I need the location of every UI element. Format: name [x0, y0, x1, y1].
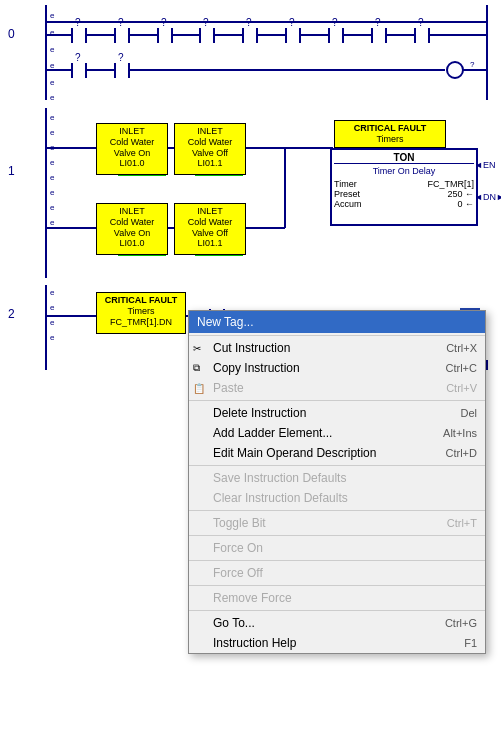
menu-item-paste[interactable]: 📋 Paste Ctrl+V [189, 378, 485, 398]
critical-fault-block-2[interactable]: CRITICAL FAULT Timers FC_TMR[1].DN [96, 292, 186, 334]
menu-separator-6 [189, 560, 485, 561]
accum-row: Accum0 ← [334, 199, 474, 209]
svg-text:e: e [50, 113, 55, 122]
menu-item-toggle-bit[interactable]: Toggle Bit Ctrl+T [189, 513, 485, 533]
svg-text:◄DN►: ◄DN► [474, 192, 501, 202]
inlet-block-1[interactable]: INLET Cold Water Valve On LI01.0 [96, 123, 168, 175]
remove-force-label: Remove Force [213, 591, 292, 605]
menu-item-new-tag[interactable]: New Tag... [189, 311, 485, 333]
svg-text:e: e [50, 45, 55, 54]
timer-block[interactable]: TON Timer On Delay TimerFC_TMR[1] Preset… [330, 148, 478, 226]
goto-label: Go To... [213, 616, 255, 630]
svg-text:e: e [50, 203, 55, 212]
menu-item-help[interactable]: Instruction Help F1 [189, 633, 485, 653]
svg-text:?: ? [118, 52, 124, 63]
menu-item-clear-defaults[interactable]: Clear Instruction Defaults [189, 488, 485, 508]
svg-text:e: e [50, 28, 55, 37]
preset-row: Preset250 ← [334, 189, 474, 199]
svg-text:?: ? [375, 17, 381, 28]
inlet3-label: INLET Cold Water Valve On LI01.0 [99, 206, 165, 249]
svg-text:?: ? [118, 17, 124, 28]
svg-text:0: 0 [8, 27, 15, 41]
critical-fault-block-1[interactable]: CRITICAL FAULT Timers [334, 120, 446, 148]
inlet-block-2[interactable]: INLET Cold Water Valve Off LI01.1 [174, 123, 246, 175]
goto-shortcut: Ctrl+G [445, 617, 477, 629]
svg-text:e: e [50, 93, 55, 102]
menu-separator-4 [189, 510, 485, 511]
cut-shortcut: Ctrl+X [446, 342, 477, 354]
new-tag-label: New Tag... [197, 315, 253, 329]
save-defaults-label: Save Instruction Defaults [213, 471, 346, 485]
paste-label: Paste [213, 381, 244, 395]
svg-text:e: e [50, 78, 55, 87]
menu-item-copy[interactable]: ⧉ Copy Instruction Ctrl+C [189, 358, 485, 378]
menu-item-cut[interactable]: ✂ Cut Instruction Ctrl+X [189, 338, 485, 358]
timer-subtitle: Timer On Delay [334, 166, 474, 176]
copy-icon: ⧉ [193, 362, 200, 374]
inlet4-label: INLET Cold Water Valve Off LI01.1 [177, 206, 243, 249]
edit-main-shortcut: Ctrl+D [446, 447, 477, 459]
inlet-block-3[interactable]: INLET Cold Water Valve On LI01.0 [96, 203, 168, 255]
critical-fault-2-label: CRITICAL FAULT [99, 295, 183, 306]
menu-item-force-off[interactable]: Force Off [189, 563, 485, 583]
toggle-bit-shortcut: Ctrl+T [447, 517, 477, 529]
copy-label: Copy Instruction [213, 361, 300, 375]
timer-row: TimerFC_TMR[1] [334, 179, 474, 189]
clear-defaults-label: Clear Instruction Defaults [213, 491, 348, 505]
svg-text:(End): (End) [2, 368, 29, 370]
svg-text:e: e [50, 11, 55, 20]
help-shortcut: F1 [464, 637, 477, 649]
edit-main-label: Edit Main Operand Description [213, 446, 376, 460]
svg-text:e: e [50, 333, 55, 342]
timer-title: TON [334, 152, 474, 164]
menu-separator-5 [189, 535, 485, 536]
svg-text:?: ? [332, 17, 338, 28]
svg-text:e: e [50, 288, 55, 297]
paste-shortcut: Ctrl+V [446, 382, 477, 394]
cut-icon: ✂ [193, 343, 201, 354]
menu-separator-2 [189, 400, 485, 401]
svg-text:2: 2 [8, 307, 15, 321]
menu-separator-7 [189, 585, 485, 586]
svg-text:e: e [50, 61, 55, 70]
context-menu: New Tag... ✂ Cut Instruction Ctrl+X ⧉ Co… [188, 310, 486, 654]
inlet-block-4[interactable]: INLET Cold Water Valve Off LI01.1 [174, 203, 246, 255]
svg-text:1: 1 [8, 164, 15, 178]
svg-text:?: ? [161, 17, 167, 28]
delete-shortcut: Del [460, 407, 477, 419]
menu-item-force-on[interactable]: Force On [189, 538, 485, 558]
delete-label: Delete Instruction [213, 406, 306, 420]
add-ladder-shortcut: Alt+Ins [443, 427, 477, 439]
svg-text:?: ? [289, 17, 295, 28]
add-ladder-label: Add Ladder Element... [213, 426, 332, 440]
menu-separator-8 [189, 610, 485, 611]
copy-shortcut: Ctrl+C [446, 362, 477, 374]
menu-separator-1 [189, 335, 485, 336]
svg-text:?: ? [246, 17, 252, 28]
svg-text:?: ? [75, 17, 81, 28]
svg-text:?: ? [470, 60, 475, 69]
menu-item-delete[interactable]: Delete Instruction Del [189, 403, 485, 423]
inlet1-label: INLET Cold Water Valve On LI01.0 [99, 126, 165, 169]
svg-text:e: e [50, 318, 55, 327]
critical-fault-1-label: CRITICAL FAULT [337, 123, 443, 134]
menu-separator-3 [189, 465, 485, 466]
cut-label: Cut Instruction [213, 341, 290, 355]
help-label: Instruction Help [213, 636, 296, 650]
toggle-bit-label: Toggle Bit [213, 516, 266, 530]
menu-item-save-defaults[interactable]: Save Instruction Defaults [189, 468, 485, 488]
force-on-label: Force On [213, 541, 263, 555]
menu-item-goto[interactable]: Go To... Ctrl+G [189, 613, 485, 633]
menu-item-edit-main[interactable]: Edit Main Operand Description Ctrl+D [189, 443, 485, 463]
svg-text:e: e [50, 303, 55, 312]
menu-item-remove-force[interactable]: Remove Force [189, 588, 485, 608]
svg-text:e: e [50, 188, 55, 197]
menu-item-add-ladder[interactable]: Add Ladder Element... Alt+Ins [189, 423, 485, 443]
force-off-label: Force Off [213, 566, 263, 580]
svg-text:e: e [50, 158, 55, 167]
svg-point-50 [447, 62, 463, 78]
inlet2-label: INLET Cold Water Valve Off LI01.1 [177, 126, 243, 169]
svg-text:?: ? [418, 17, 424, 28]
svg-text:?: ? [203, 17, 209, 28]
paste-icon: 📋 [193, 383, 205, 394]
